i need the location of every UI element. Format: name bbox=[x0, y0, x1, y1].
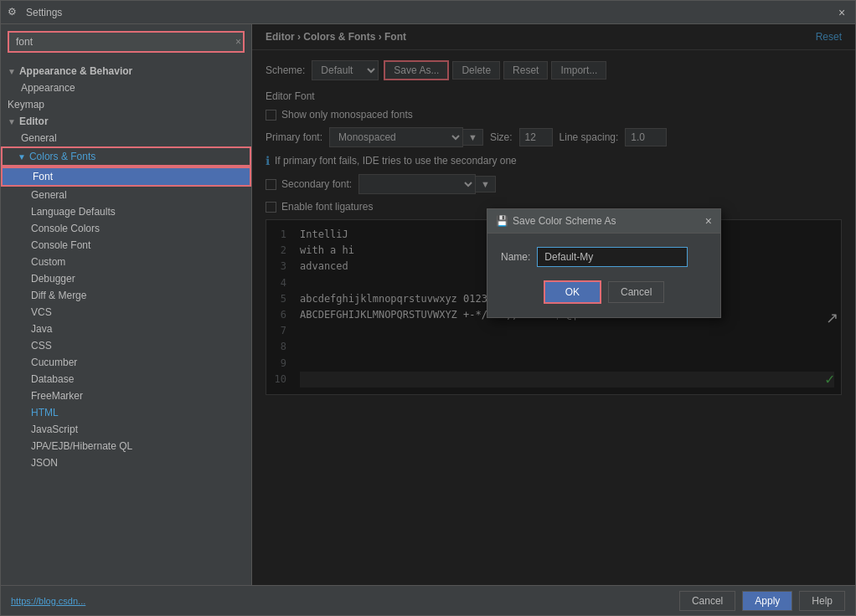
secondary-font-dropdown-button[interactable]: ▼ bbox=[476, 176, 496, 192]
checkmark-area: ✓ bbox=[825, 370, 834, 388]
primary-font-dropdown-button[interactable]: ▼ bbox=[463, 129, 483, 146]
sidebar-item-database[interactable]: Database bbox=[1, 371, 251, 388]
save-as-button[interactable]: Save As... bbox=[384, 60, 449, 80]
secondary-font-select[interactable] bbox=[358, 174, 476, 194]
secondary-font-label: Secondary font: bbox=[266, 178, 352, 190]
line-spacing-input[interactable] bbox=[625, 128, 667, 146]
sidebar-item-jpa-ql[interactable]: JPA/EJB/Hibernate QL bbox=[1, 438, 251, 454]
code-line-7 bbox=[300, 323, 834, 339]
primary-font-label: Primary font: bbox=[266, 131, 322, 143]
code-line-9 bbox=[300, 356, 834, 372]
sidebar-item-custom[interactable]: Custom bbox=[1, 254, 251, 270]
appearance-behavior-label: Appearance & Behavior bbox=[19, 65, 132, 77]
dialog-body: Name: OK Cancel bbox=[487, 234, 720, 317]
code-line-10 bbox=[300, 372, 834, 388]
delete-button[interactable]: Delete bbox=[452, 61, 500, 80]
breadcrumb-bar: Editor › Colors & Fonts › Font Reset bbox=[252, 24, 855, 50]
window-close-button[interactable]: × bbox=[835, 6, 848, 19]
primary-font-select-wrap: Monospaced ▼ bbox=[329, 127, 483, 147]
settings-icon: ⚙ bbox=[8, 6, 21, 19]
bottom-url[interactable]: https://blog.csdn... bbox=[11, 596, 85, 606]
settings-window: ⚙ Settings × × ▼ Appearance & Behavior A… bbox=[0, 0, 856, 616]
dialog-title-text: Save Color Scheme As bbox=[513, 215, 705, 227]
editor-font-section-title: Editor Font bbox=[266, 90, 842, 102]
search-box: × bbox=[8, 31, 245, 53]
window-title: Settings bbox=[26, 7, 835, 18]
dialog-name-row: Name: bbox=[501, 247, 707, 267]
editor-label: Editor bbox=[19, 116, 49, 127]
import-button[interactable]: Import... bbox=[551, 61, 606, 80]
bottom-cancel-button[interactable]: Cancel bbox=[679, 591, 735, 611]
info-icon: ℹ bbox=[266, 154, 270, 167]
sidebar-item-java[interactable]: Java bbox=[1, 321, 251, 337]
line-num-3: 3 bbox=[270, 259, 286, 275]
sidebar-item-vcs[interactable]: VCS bbox=[1, 304, 251, 321]
dialog-name-input[interactable] bbox=[537, 247, 688, 267]
editor-arrow-icon: ▼ bbox=[8, 117, 16, 126]
search-input[interactable] bbox=[8, 31, 245, 53]
line-num-9: 9 bbox=[270, 356, 286, 372]
info-text: If primary font fails, IDE tries to use … bbox=[275, 155, 517, 167]
code-line-8 bbox=[300, 339, 834, 355]
breadcrumb-reset-button[interactable]: Reset bbox=[816, 31, 842, 43]
sidebar-item-diff-merge[interactable]: Diff & Merge bbox=[1, 287, 251, 304]
line-num-2: 2 bbox=[270, 243, 286, 259]
sidebar-item-css[interactable]: CSS bbox=[1, 337, 251, 354]
checkmark-icon: ✓ bbox=[825, 370, 834, 388]
sidebar-tree: ▼ Appearance & Behavior Appearance Keyma… bbox=[1, 59, 251, 585]
right-panel: Editor › Colors & Fonts › Font Reset Sch… bbox=[252, 24, 855, 585]
main-content: × ▼ Appearance & Behavior Appearance Key… bbox=[1, 24, 855, 585]
tree-section-appearance-behavior: ▼ Appearance & Behavior Appearance bbox=[1, 63, 251, 96]
sidebar: × ▼ Appearance & Behavior Appearance Key… bbox=[1, 24, 252, 585]
primary-font-select[interactable]: Monospaced bbox=[329, 127, 463, 147]
panel-content: Scheme: Default Save As... Delete Reset … bbox=[252, 50, 855, 585]
enable-ligatures-checkbox[interactable] bbox=[266, 202, 276, 213]
sidebar-item-appearance[interactable]: Appearance bbox=[1, 80, 251, 96]
colors-fonts-arrow-icon: ▼ bbox=[18, 152, 26, 162]
secondary-font-select-wrap: ▼ bbox=[358, 174, 496, 194]
line-num-4: 4 bbox=[270, 275, 286, 291]
dialog-cancel-button[interactable]: Cancel bbox=[608, 281, 664, 303]
size-input[interactable] bbox=[519, 128, 553, 146]
sidebar-item-freemarker[interactable]: FreeMarker bbox=[1, 388, 251, 404]
sidebar-item-general2[interactable]: General bbox=[1, 187, 251, 203]
show-monospaced-row: Show only monospaced fonts bbox=[266, 109, 842, 121]
sidebar-item-language-defaults[interactable]: Language Defaults bbox=[1, 203, 251, 220]
show-monospaced-label[interactable]: Show only monospaced fonts bbox=[266, 109, 413, 121]
bottom-bar: https://blog.csdn... Cancel Apply Help bbox=[1, 585, 855, 615]
sidebar-item-console-colors[interactable]: Console Colors bbox=[1, 220, 251, 237]
scheme-label: Scheme: bbox=[266, 64, 305, 76]
title-bar: ⚙ Settings × bbox=[1, 1, 855, 24]
line-num-10: 10 bbox=[270, 372, 286, 388]
dialog-close-button[interactable]: × bbox=[705, 214, 712, 228]
sidebar-item-cucumber[interactable]: Cucumber bbox=[1, 354, 251, 371]
sidebar-item-console-font[interactable]: Console Font bbox=[1, 237, 251, 254]
info-row: ℹ If primary font fails, IDE tries to us… bbox=[266, 154, 842, 167]
line-numbers: 1 2 3 4 5 6 7 8 9 10 bbox=[266, 220, 290, 394]
secondary-font-row: Secondary font: ▼ bbox=[266, 174, 842, 194]
sidebar-item-editor[interactable]: ▼ Editor bbox=[1, 113, 251, 130]
tree-section-editor: ▼ Editor General ▼ Colors & Fonts Font G… bbox=[1, 113, 251, 471]
scheme-select[interactable]: Default bbox=[312, 60, 379, 80]
dialog-ok-button[interactable]: OK bbox=[544, 280, 601, 304]
sidebar-item-javascript[interactable]: JavaScript bbox=[1, 421, 251, 438]
show-monospaced-checkbox[interactable] bbox=[266, 110, 276, 121]
enable-ligatures-label[interactable]: Enable font ligatures bbox=[266, 201, 373, 213]
secondary-font-checkbox[interactable] bbox=[266, 179, 276, 190]
sidebar-item-debugger[interactable]: Debugger bbox=[1, 270, 251, 287]
bottom-help-button[interactable]: Help bbox=[799, 591, 845, 611]
breadcrumb: Editor › Colors & Fonts › Font bbox=[266, 31, 406, 43]
reset-scheme-button[interactable]: Reset bbox=[503, 61, 548, 80]
sidebar-item-colors-fonts[interactable]: ▼ Colors & Fonts bbox=[1, 146, 251, 167]
sidebar-item-json[interactable]: JSON bbox=[1, 454, 251, 471]
search-clear-button[interactable]: × bbox=[235, 36, 241, 48]
bottom-apply-button[interactable]: Apply bbox=[742, 591, 792, 611]
sidebar-item-keymap[interactable]: Keymap bbox=[1, 96, 251, 113]
dialog-title-bar: 💾 Save Color Scheme As × bbox=[487, 209, 720, 234]
sidebar-item-appearance-behavior[interactable]: ▼ Appearance & Behavior bbox=[1, 63, 251, 80]
enable-ligatures-text: Enable font ligatures bbox=[281, 201, 373, 213]
sidebar-item-html[interactable]: HTML bbox=[1, 404, 251, 421]
dialog-buttons: OK Cancel bbox=[501, 280, 707, 304]
sidebar-item-general[interactable]: General bbox=[1, 130, 251, 146]
sidebar-item-font[interactable]: Font bbox=[1, 167, 251, 187]
